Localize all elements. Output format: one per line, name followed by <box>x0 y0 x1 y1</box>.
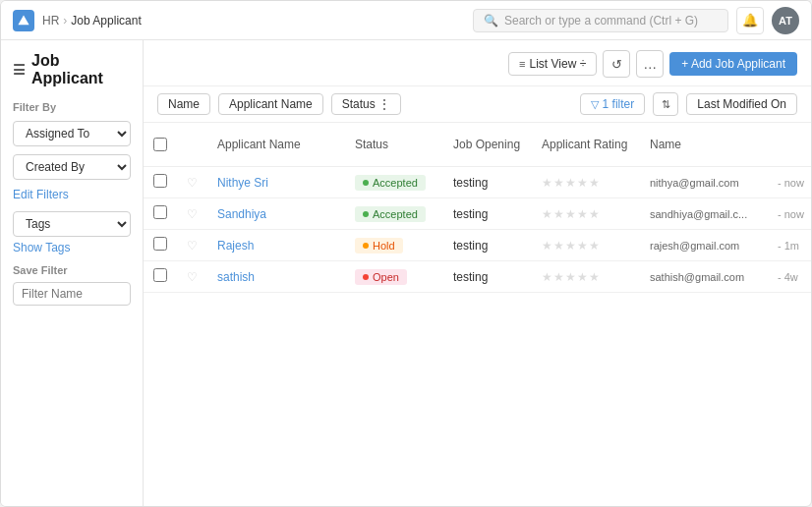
created-by-select[interactable]: Created By <box>13 154 131 180</box>
breadcrumb-hr[interactable]: HR <box>42 14 59 28</box>
row-rating: ★★★★★ <box>532 167 640 198</box>
star-empty: ★ <box>565 207 576 221</box>
list-view-button[interactable]: ≡ List View ÷ <box>508 52 597 76</box>
row-email: rajesh@gmail.com <box>640 230 768 261</box>
name-column-filter[interactable]: Name <box>157 93 210 115</box>
email-text: nithya@gmail.com <box>650 177 739 189</box>
show-tags-link[interactable]: Show Tags <box>13 241 131 254</box>
star-rating[interactable]: ★★★★★ <box>542 239 630 253</box>
page-title-text: Job Applicant <box>31 52 131 87</box>
row-status: Hold <box>345 230 443 261</box>
row-rating: ★★★★★ <box>532 230 640 261</box>
filter-badge[interactable]: ▽ 1 filter <box>580 93 646 115</box>
row-email: nithya@gmail.com <box>640 167 768 198</box>
favorite-icon[interactable]: ♡ <box>187 207 198 221</box>
tags-select[interactable]: Tags <box>13 211 131 237</box>
table-row: ♡ Rajesh Hold testing ★★★★★ rajesh@gmail… <box>144 230 811 261</box>
star-empty: ★ <box>542 176 552 190</box>
favorite-icon[interactable]: ♡ <box>187 239 198 253</box>
row-rating: ★★★★★ <box>532 261 640 293</box>
row-checkbox[interactable] <box>153 174 167 188</box>
row-checkbox[interactable] <box>153 205 167 219</box>
applicant-name-link[interactable]: Sandhiya <box>217 207 266 221</box>
select-all-checkbox[interactable] <box>153 138 167 151</box>
email-text: rajesh@gmail.com <box>650 240 739 252</box>
row-applicant-name: Rajesh <box>207 230 345 261</box>
save-filter-label: Save Filter <box>13 264 131 276</box>
topbar: HR › Job Applicant 🔍 Search or type a co… <box>1 1 811 40</box>
applicants-table: Applicant Name Status Job Opening Applic… <box>144 123 811 293</box>
time-text: - 4w <box>778 271 798 283</box>
applicant-name-column-filter[interactable]: Applicant Name <box>218 93 323 115</box>
row-checkbox[interactable] <box>153 237 167 251</box>
email-text: sandhiya@gmail.c... <box>650 208 747 220</box>
star-empty: ★ <box>565 239 576 253</box>
save-filter-section: Save Filter <box>13 264 131 306</box>
row-checkbox[interactable] <box>153 268 167 282</box>
filter-name-input[interactable] <box>13 282 131 306</box>
applicant-name-link[interactable]: Nithye Sri <box>217 176 268 190</box>
status-badge: Accepted <box>355 206 426 222</box>
edit-filters-link[interactable]: Edit Filters <box>13 188 131 201</box>
row-checkbox-cell <box>144 261 177 293</box>
more-options-button[interactable]: … <box>636 50 664 78</box>
table-filters: Name Applicant Name Status ⋮ ▽ 1 filter … <box>144 86 811 123</box>
star-empty: ★ <box>565 270 576 284</box>
row-job-opening: testing <box>443 230 532 261</box>
applicant-name-link[interactable]: Rajesh <box>217 239 254 253</box>
star-rating[interactable]: ★★★★★ <box>542 176 630 190</box>
content-header: ≡ List View ÷ ↺ … + Add Job Applicant <box>144 40 811 86</box>
page-title: ☰ Job Applicant <box>13 52 131 87</box>
row-applicant-name: sathish <box>207 261 345 293</box>
col-header-job-opening: Job Opening <box>443 123 532 167</box>
refresh-button[interactable]: ↺ <box>603 50 630 78</box>
row-email: sandhiya@gmail.c... <box>640 198 768 230</box>
star-rating[interactable]: ★★★★★ <box>542 207 630 221</box>
assigned-to-select[interactable]: Assigned To <box>13 121 131 146</box>
col-header-name: Name <box>640 123 768 167</box>
col-header-time <box>768 123 811 167</box>
search-bar[interactable]: 🔍 Search or type a command (Ctrl + G) <box>473 9 728 32</box>
sidebar: ☰ Job Applicant Filter By Assigned To Cr… <box>1 40 144 506</box>
row-time: - 4w <box>768 261 811 293</box>
row-status: Accepted <box>345 198 443 230</box>
app-logo[interactable] <box>13 10 34 31</box>
add-job-applicant-button[interactable]: + Add Job Applicant <box>669 52 797 76</box>
star-empty: ★ <box>553 239 564 253</box>
breadcrumb-separator: › <box>63 14 67 28</box>
status-column-filter[interactable]: Status ⋮ <box>331 93 401 115</box>
content-area: ≡ List View ÷ ↺ … + Add Job Applicant Na… <box>144 40 811 506</box>
star-empty: ★ <box>542 207 552 221</box>
status-dot <box>363 243 369 249</box>
table-wrapper: Applicant Name Status Job Opening Applic… <box>144 123 811 506</box>
search-icon: 🔍 <box>484 14 498 28</box>
row-time: - now <box>768 167 811 198</box>
col-header-status: Status <box>345 123 443 167</box>
row-status: Accepted <box>345 167 443 198</box>
star-empty: ★ <box>577 176 588 190</box>
topbar-icons: 🔔 AT <box>736 7 799 34</box>
table-row: ♡ Nithye Sri Accepted testing ★★★★★ nith… <box>144 167 811 198</box>
row-time: - 1m <box>768 230 811 261</box>
favorite-icon[interactable]: ♡ <box>187 176 198 190</box>
notifications-bell[interactable]: 🔔 <box>736 7 764 34</box>
applicant-name-link[interactable]: sathish <box>217 270 255 284</box>
star-rating[interactable]: ★★★★★ <box>542 270 630 284</box>
email-text: sathish@gmail.com <box>650 271 744 283</box>
row-status: Open <box>345 261 443 293</box>
table-row: ♡ sathish Open testing ★★★★★ sathish@gma… <box>144 261 811 293</box>
star-empty: ★ <box>589 270 600 284</box>
star-empty: ★ <box>553 270 564 284</box>
sort-button[interactable]: ⇅ <box>653 92 678 116</box>
favorite-icon[interactable]: ♡ <box>187 270 198 284</box>
status-dot <box>363 274 369 280</box>
last-modified-button[interactable]: Last Modified On <box>686 93 797 115</box>
row-job-opening: testing <box>443 198 532 230</box>
breadcrumb: HR › Job Applicant <box>42 14 142 28</box>
star-empty: ★ <box>553 207 564 221</box>
menu-icon[interactable]: ☰ <box>13 62 26 78</box>
table-row: ♡ Sandhiya Accepted testing ★★★★★ sandhi… <box>144 198 811 230</box>
row-applicant-name: Nithye Sri <box>207 167 345 198</box>
star-empty: ★ <box>577 239 588 253</box>
user-avatar[interactable]: AT <box>772 7 799 34</box>
